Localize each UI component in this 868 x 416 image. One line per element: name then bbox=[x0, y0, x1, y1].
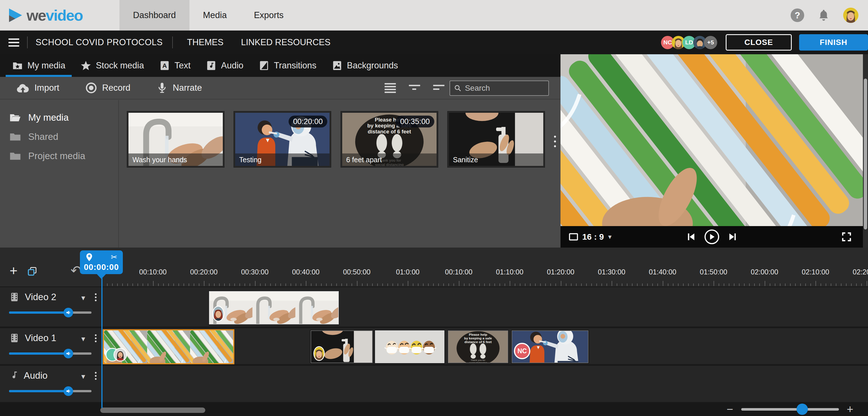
ruler-tick bbox=[290, 284, 291, 286]
media-toolbar: Import Record Narrate bbox=[0, 77, 560, 99]
search-input[interactable] bbox=[465, 84, 545, 93]
preview-video-frame[interactable] bbox=[560, 54, 863, 226]
panel-resize-handle[interactable] bbox=[554, 136, 556, 147]
clip-testing[interactable]: NC bbox=[512, 330, 588, 363]
sidebar-item-project-media[interactable]: Project media bbox=[0, 146, 118, 166]
playhead-chip[interactable]: ✂ 00:00:00 bbox=[80, 250, 123, 274]
zoom-slider-thumb[interactable] bbox=[797, 404, 808, 415]
chevron-down-icon[interactable]: ▾ bbox=[81, 293, 85, 302]
ruler-tick bbox=[311, 284, 311, 286]
zoom-out-icon[interactable]: − bbox=[726, 404, 733, 415]
zoom-in-icon[interactable]: + bbox=[847, 404, 853, 415]
tab-audio[interactable]: Audio bbox=[198, 54, 251, 77]
ruler-tick bbox=[617, 284, 617, 286]
wevideo-logo[interactable]: wevideo bbox=[8, 6, 83, 24]
list-view-icon[interactable] bbox=[384, 83, 396, 93]
close-button[interactable]: CLOSE bbox=[726, 34, 792, 51]
media-card-sanitize[interactable]: Sanitize bbox=[447, 111, 545, 167]
media-card-wash-your-hands[interactable]: Wash your hands bbox=[127, 111, 224, 167]
clip-masks-selected[interactable] bbox=[103, 329, 235, 364]
track-menu-icon[interactable] bbox=[94, 371, 98, 381]
ruler-tick bbox=[525, 284, 526, 286]
playhead-line[interactable] bbox=[101, 278, 102, 408]
help-icon[interactable]: ? bbox=[790, 8, 804, 22]
ruler-time-label: 00:40:00 bbox=[292, 268, 319, 276]
ruler-tick bbox=[122, 284, 123, 286]
volume-slider-thumb[interactable] bbox=[64, 308, 73, 317]
import-button[interactable]: Import bbox=[17, 82, 59, 93]
chevron-down-icon[interactable]: ▾ bbox=[81, 334, 85, 344]
volume-slider[interactable] bbox=[9, 311, 92, 314]
narrate-button[interactable]: Narrate bbox=[156, 82, 202, 94]
clip-emoji-masks[interactable] bbox=[375, 330, 444, 363]
ruler-tick bbox=[301, 284, 301, 286]
ruler-tick bbox=[194, 284, 194, 286]
track-menu-icon[interactable] bbox=[94, 292, 98, 302]
volume-slider-thumb[interactable] bbox=[64, 349, 73, 358]
volume-slider-thumb[interactable] bbox=[64, 386, 73, 396]
ruler-tick bbox=[275, 284, 276, 286]
chevron-down-icon[interactable]: ▾ bbox=[81, 372, 85, 381]
tab-transitions[interactable]: Transitions bbox=[251, 54, 324, 77]
split-scissors-icon[interactable]: ✂ bbox=[111, 252, 117, 262]
sort-icon[interactable] bbox=[433, 83, 444, 93]
ruler-tick bbox=[433, 284, 434, 286]
track-header-video-2: Video 2 ▾ bbox=[0, 287, 102, 326]
ruler-tick bbox=[464, 284, 465, 286]
play-button[interactable] bbox=[705, 230, 719, 244]
tab-backgrounds[interactable]: Backgrounds bbox=[324, 54, 406, 77]
add-icon[interactable]: + bbox=[9, 264, 18, 277]
ruler-tick bbox=[831, 284, 831, 286]
clip-6-feet-apart[interactable] bbox=[448, 330, 508, 363]
skip-to-start-icon[interactable] bbox=[686, 232, 695, 242]
zoom-slider[interactable] bbox=[741, 408, 839, 411]
collaborator-initials: NC bbox=[663, 39, 672, 46]
media-card-6-feet-apart[interactable]: 00:35:00 6 feet apart bbox=[341, 111, 438, 167]
tab-dashboard[interactable]: Dashboard bbox=[119, 0, 189, 31]
clip-sanitize[interactable] bbox=[311, 330, 373, 363]
volume-slider[interactable] bbox=[9, 352, 92, 355]
tab-media[interactable]: Media bbox=[189, 0, 240, 31]
timeline-ruler[interactable]: + ↶ 00:10:0000:20:0000:30:0000:40:0000:5… bbox=[0, 247, 868, 287]
menu-icon[interactable] bbox=[8, 38, 19, 47]
ruler-tick bbox=[729, 284, 730, 286]
user-avatar[interactable] bbox=[843, 8, 859, 23]
ruler-tick bbox=[494, 284, 495, 286]
volume-slider[interactable] bbox=[9, 390, 92, 392]
aspect-ratio-dropdown[interactable]: 16 : 9 ▾ bbox=[569, 232, 612, 242]
duplicate-icon[interactable] bbox=[27, 266, 37, 276]
collaborator-avatar-more[interactable]: +5 bbox=[704, 36, 717, 49]
fullscreen-icon[interactable] bbox=[841, 232, 851, 242]
media-card-testing[interactable]: 00:20:00 Testing bbox=[234, 111, 331, 167]
sidebar-item-shared[interactable]: Shared bbox=[0, 127, 118, 146]
tab-stock-media[interactable]: Stock media bbox=[73, 54, 152, 77]
sidebar-item-my-media[interactable]: My media bbox=[0, 108, 118, 127]
finish-button[interactable]: FINISH bbox=[799, 34, 868, 51]
skip-to-end-icon[interactable] bbox=[728, 232, 737, 242]
tab-text[interactable]: A Text bbox=[152, 54, 198, 77]
horizontal-scrollbar[interactable] bbox=[100, 408, 205, 413]
vertical-scrollbar-thumb[interactable] bbox=[864, 79, 867, 230]
ruler-time-label: 00:10:00 bbox=[139, 268, 166, 276]
ruler-tick bbox=[398, 284, 398, 286]
notifications-bell-icon[interactable] bbox=[817, 9, 830, 22]
ruler-tick bbox=[749, 284, 750, 286]
track-row-audio: Audio ▾ bbox=[0, 366, 868, 403]
filter-icon[interactable] bbox=[409, 83, 420, 93]
clip-wash-your-hands[interactable] bbox=[209, 291, 339, 324]
tab-exports[interactable]: Exports bbox=[240, 0, 297, 31]
ruler-tick bbox=[668, 284, 669, 286]
tab-my-media[interactable]: My media bbox=[4, 54, 73, 77]
track-header-video-1: Video 1 ▾ bbox=[0, 328, 102, 364]
marker-pin-icon[interactable] bbox=[86, 253, 93, 261]
narrate-label: Narrate bbox=[173, 83, 202, 93]
ruler-tick bbox=[448, 284, 449, 286]
themes-link[interactable]: THEMES bbox=[187, 37, 223, 48]
ruler-tick bbox=[815, 281, 816, 286]
linked-resources-link[interactable]: LINKED RESOURCES bbox=[241, 37, 330, 48]
track-name: Video 1 bbox=[25, 333, 56, 344]
record-button[interactable]: Record bbox=[85, 82, 130, 94]
ruler-tick bbox=[459, 281, 459, 286]
ruler-tick bbox=[510, 281, 510, 286]
track-menu-icon[interactable] bbox=[94, 333, 98, 344]
